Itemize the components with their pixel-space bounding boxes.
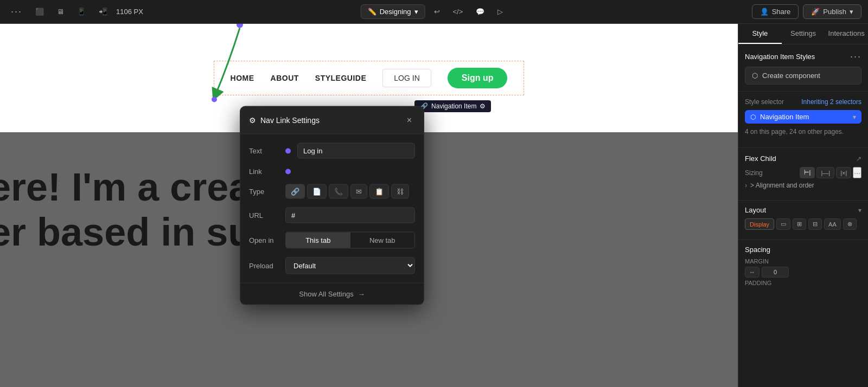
selector-text: Navigation Item [760, 113, 848, 121]
display-none-button[interactable]: ⊗ [843, 218, 857, 230]
margin-inputs: ↔ [745, 267, 861, 278]
toolbar-center: ✏️ Designing ▾ ↩ </> 💬 ▷ [361, 4, 508, 19]
nav-link-settings-modal: ⚙ Nav Link Settings × Text Link [240, 106, 424, 305]
sizing-fill-button[interactable]: |×| [836, 167, 851, 178]
modal-body: Text Link Type 🔗 📄 [240, 134, 424, 283]
nav-bar: HOME ABOUT STYLEGUIDE LOG IN Sign up 🔗 N… [214, 61, 525, 95]
show-all-settings-button[interactable]: Show All Settings → [240, 283, 424, 305]
comment-button[interactable]: 💬 [471, 5, 489, 18]
modal-url-row: URL [240, 203, 424, 228]
nav-item-home[interactable]: HOME [231, 74, 254, 82]
sizing-label: Sizing [745, 169, 763, 177]
this-tab-button[interactable]: This tab [286, 233, 350, 248]
chevron-down-icon: ▾ [853, 113, 856, 121]
display-block-button[interactable]: ▭ [776, 218, 790, 230]
undo-button[interactable]: ↩ [430, 5, 444, 18]
undo-icon: ↩ [434, 8, 440, 16]
create-component-button[interactable]: ⬡ Create component [745, 67, 861, 85]
preload-select[interactable]: Default [285, 257, 415, 274]
alignment-row[interactable]: › > Alignment and order [745, 182, 861, 189]
type-page-button[interactable]: 📄 [307, 184, 327, 199]
gear-icon-sm: ⚙ [480, 102, 486, 110]
comment-icon: 💬 [476, 8, 484, 16]
modal-text-row: Text [240, 139, 424, 163]
sizing-shrink-button[interactable]: ⊢| [800, 167, 815, 178]
right-panel: Style Settings Interactions Navigation I… [738, 24, 868, 387]
sizing-expand-button[interactable]: |—| [816, 167, 834, 178]
tab-settings[interactable]: Settings [782, 24, 825, 44]
canvas-area: ⫿ Align ▾ HOME ABOUT STYLEGUIDE LOG IN S… [0, 24, 738, 387]
panel-tabs: Style Settings Interactions [738, 24, 868, 44]
nav-item-styles-section: Navigation Item Styles ··· ⬡ Create comp… [738, 44, 868, 92]
text-input[interactable] [297, 143, 415, 159]
url-input[interactable] [285, 208, 415, 223]
desktop-view-button[interactable]: ⬛ [31, 5, 48, 18]
type-section-button[interactable]: 📋 [369, 184, 389, 199]
modal-close-button[interactable]: × [404, 114, 415, 126]
modal-title-area: ⚙ Nav Link Settings [249, 116, 320, 125]
style-selector-row: Style selector Inheriting 2 selectors [745, 98, 861, 106]
type-icons-group: 🔗 📄 📞 ✉ 📋 ⛓ [285, 184, 415, 199]
sizing-row: Sizing ⊢| |—| |×| ··· [745, 167, 861, 178]
layout-header: Layout ▾ [745, 206, 861, 214]
mobile-view-button[interactable]: 📲 [94, 5, 112, 18]
publish-button[interactable]: 🚀 Publish ▾ [803, 4, 861, 19]
link-field-label: Link [249, 167, 279, 176]
style-selector-label: Style selector [745, 98, 784, 106]
style-selector-section: Style selector Inheriting 2 selectors ⬡ … [738, 92, 868, 148]
section-title: Navigation Item Styles [745, 53, 815, 61]
sizing-more-button[interactable]: ··· [853, 167, 861, 178]
monitor-view-button[interactable]: 🖥 [53, 5, 68, 18]
nav-signup-button[interactable]: Sign up [448, 68, 508, 88]
margin-expand-button[interactable]: ↔ [745, 267, 760, 278]
type-url-button[interactable]: 🔗 [285, 184, 305, 199]
collapse-icon[interactable]: ↗ [856, 155, 861, 163]
spacing-title: Spacing [745, 246, 861, 254]
flex-child-title: Flex Child [745, 154, 776, 163]
nav-login-button[interactable]: LOG IN [382, 69, 431, 87]
modal-header: ⚙ Nav Link Settings × [240, 107, 424, 134]
margin-input[interactable] [762, 267, 789, 278]
tablet-icon: 📱 [77, 8, 86, 16]
component-icon: ⬡ [752, 72, 758, 80]
px-display: 1106 PX [116, 8, 143, 16]
url-field-label: URL [249, 211, 279, 220]
tab-interactions[interactable]: Interactions [825, 24, 868, 44]
nav-item-about[interactable]: ABOUT [271, 74, 299, 82]
type-email-button[interactable]: ✉ [350, 184, 367, 199]
layout-collapse[interactable]: ▾ [858, 207, 861, 214]
modal-type-row: Type 🔗 📄 📞 ✉ 📋 ⛓ [240, 180, 424, 203]
more-options-button[interactable]: ··· [7, 4, 27, 20]
display-text-button[interactable]: AA [824, 218, 841, 230]
main-area: ⫿ Align ▾ HOME ABOUT STYLEGUIDE LOG IN S… [0, 24, 868, 387]
new-tab-button[interactable]: New tab [350, 233, 415, 248]
display-label-button[interactable]: Display [745, 218, 774, 230]
display-flex-button[interactable]: ⊞ [793, 218, 806, 230]
mobile-icon: 📲 [99, 8, 107, 16]
layout-title: Layout [745, 206, 766, 214]
chevron-right-icon: › [745, 182, 747, 189]
nav-item-selector[interactable]: ⬡ Navigation Item ▾ [745, 110, 861, 124]
section-more-button[interactable]: ··· [850, 51, 861, 62]
type-phone-button[interactable]: 📞 [329, 184, 348, 199]
display-grid-button[interactable]: ⊟ [808, 218, 822, 230]
code-button[interactable]: </> [449, 5, 468, 18]
modal-preload-row: Preload Default [240, 253, 424, 279]
modal-link-row: Link [240, 163, 424, 180]
chevron-down-icon: ▾ [414, 8, 418, 16]
text-field-label: Text [249, 147, 279, 155]
designing-mode-button[interactable]: ✏️ Designing ▾ [361, 4, 425, 19]
tab-style[interactable]: Style [738, 24, 782, 44]
nav-item-badge[interactable]: 🔗 Navigation Item ⚙ [414, 100, 491, 112]
nav-item-styleguide[interactable]: STYLEGUIDE [315, 74, 366, 82]
tablet-view-button[interactable]: 📱 [73, 5, 90, 18]
modal-open-in-row: Open in This tab New tab [240, 228, 424, 253]
type-chain-button[interactable]: ⛓ [391, 184, 409, 199]
monitor-icon: 🖥 [57, 8, 64, 16]
text-dot-indicator [285, 148, 291, 153]
toolbar: ··· ⬛ 🖥 📱 📲 1106 PX ✏️ Designing ▾ ↩ </>… [0, 0, 868, 24]
preview-button[interactable]: ▷ [493, 5, 507, 18]
toolbar-right: 👤 Share 🚀 Publish ▾ [752, 4, 861, 19]
flex-child-section: Flex Child ↗ Sizing ⊢| |—| |×| ··· › > A… [738, 148, 868, 201]
share-button[interactable]: 👤 Share [752, 4, 799, 19]
